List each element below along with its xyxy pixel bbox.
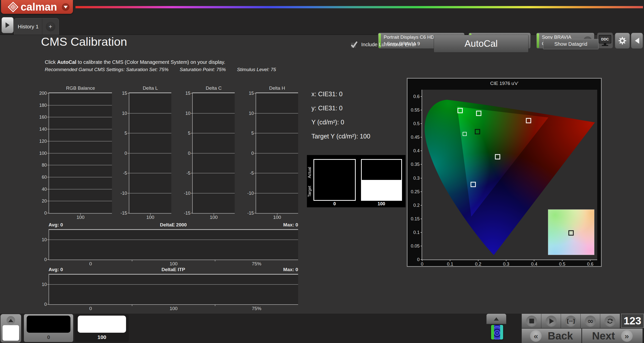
y-tick-mark <box>254 153 256 154</box>
y-tick-mark <box>128 193 129 193</box>
cie-y-tick-mark <box>421 164 422 165</box>
readout-y: y: CIE31: 0 <box>311 105 370 119</box>
y-tick-mark <box>47 93 49 93</box>
y-tick-label: -15 <box>120 211 127 216</box>
y-tick-mark <box>254 173 256 173</box>
gridline <box>256 133 298 133</box>
rainbow-strip <box>75 6 643 8</box>
gear-icon <box>618 36 627 45</box>
refresh-icon <box>605 316 616 327</box>
settings-button[interactable] <box>615 33 630 49</box>
include-luminance-checkbox[interactable]: Include Luminance Error <box>350 41 416 48</box>
pattern-tile-100[interactable]: 100 <box>75 314 129 342</box>
cie-y-tick-mark <box>421 246 422 246</box>
deltae2000-max: Max: 0 <box>49 222 298 228</box>
y-tick-mark <box>191 113 193 114</box>
y-tick-mark <box>47 177 49 177</box>
delta-c-chart: Delta C 151050-5-10-15100 <box>192 92 235 214</box>
y-tick-label: -10 <box>120 190 127 196</box>
play-button[interactable] <box>541 314 561 328</box>
expand-controls-button[interactable] <box>486 314 506 324</box>
deltaeitp-chart: 100010075% <box>49 274 298 305</box>
y-tick-mark <box>254 133 256 133</box>
x-tick-label: 75% <box>252 306 261 311</box>
cie-y-tick-label: 0.15 <box>411 216 420 221</box>
x-tick-label: 0 <box>89 261 92 267</box>
loop-button[interactable]: ∞ <box>580 314 600 328</box>
chart-title: RGB Balance <box>49 85 112 91</box>
test-pattern-thumbnail[interactable] <box>490 324 504 340</box>
tab-history[interactable]: History 1 <box>14 18 42 35</box>
cie-y-tick-mark <box>421 178 422 178</box>
show-datagrid-button[interactable]: Show Datagrid <box>543 39 598 49</box>
pattern-window-preview[interactable] <box>3 325 19 341</box>
cie-y-tick-mark <box>421 151 422 151</box>
cie-y-tick-mark <box>421 123 422 124</box>
calman-diamond-icon <box>8 2 19 13</box>
y-tick-mark <box>191 133 193 133</box>
measurement-readouts: x: CIE31: 0 y: CIE31: 0 Y (cd/m²): 0 Tar… <box>311 90 370 147</box>
deltae2000-chart: 100010075% <box>49 229 298 260</box>
x-tick-label: 100 <box>170 306 178 311</box>
actual-target-patch-panel: Actual Target 0 100 <box>307 155 406 207</box>
infinity-icon: ∞ <box>585 316 596 327</box>
cie-y-tick-mark <box>421 110 422 110</box>
gridline <box>129 133 171 133</box>
next-label: Next <box>592 330 615 342</box>
cie-y-tick-label: 0.35 <box>411 162 420 167</box>
y-tick-label: -5 <box>123 171 127 176</box>
ddc-monitor-icon: DDC <box>599 35 611 43</box>
y-tick-label: 15 <box>185 91 190 96</box>
sidebar-expander-button[interactable] <box>2 17 14 33</box>
step-button[interactable]: [··] <box>561 314 581 328</box>
collapse-panel-button[interactable] <box>631 33 643 49</box>
cie-x-tick-mark <box>562 260 562 261</box>
up-arrow-icon <box>8 319 13 322</box>
back-button[interactable]: « Back <box>521 328 582 343</box>
delta-h-chart: Delta H 151050-5-10-15100 <box>256 92 298 214</box>
y-tick-label: 10 <box>185 111 190 116</box>
pattern-tile-0[interactable]: 0 <box>24 314 73 342</box>
y-tick-mark <box>47 153 49 154</box>
cie-marker-magenta-target <box>495 154 500 160</box>
cie-x-tick-mark <box>450 260 450 261</box>
expand-up-button[interactable] <box>7 316 15 325</box>
pattern-level-counter: 123 <box>621 314 644 328</box>
cie-x-tick-label: 0.1 <box>447 262 453 267</box>
y-tick-mark <box>47 165 49 165</box>
y-tick-label: 5 <box>251 131 254 136</box>
cie-y-tick-label: 0.5 <box>413 121 420 126</box>
add-tab-button[interactable]: + <box>42 18 59 35</box>
refresh-button[interactable] <box>600 314 620 328</box>
back-label: Back <box>548 330 573 342</box>
cie-marker-red-target <box>526 118 531 123</box>
cie-plot-area: 00.050.10.150.20.250.30.350.40.450.50.55… <box>422 90 597 260</box>
x-tick-mark <box>215 304 215 306</box>
readout-luminance: Y (cd/m²): 0 <box>311 119 370 133</box>
chart-title: Delta H <box>256 85 298 91</box>
y-tick-mark <box>191 153 193 154</box>
patch-100-label: 100 <box>378 201 385 207</box>
logo-caret-icon[interactable] <box>62 3 69 11</box>
y-tick-mark <box>191 213 193 213</box>
y-tick-mark <box>47 213 49 213</box>
patch-0-label: 0 <box>333 201 336 207</box>
chart-title: Delta L <box>129 85 171 91</box>
autocal-button[interactable]: AutoCal <box>434 35 529 53</box>
gridline <box>49 117 112 117</box>
y-tick-label: 0 <box>188 151 190 156</box>
left-arrow-icon <box>635 38 639 44</box>
cie-y-tick-label: 0.25 <box>411 189 420 194</box>
x-tick-label: 100 <box>146 215 154 220</box>
display-connected-indicator <box>537 33 539 48</box>
ddc-button[interactable]: DDC <box>597 33 613 48</box>
cie-x-tick-mark <box>506 260 506 261</box>
calman-menu-button[interactable]: calman <box>1 0 73 14</box>
cie-y-tick-mark <box>421 96 422 97</box>
next-button[interactable]: Next » <box>582 328 643 343</box>
y-tick-mark <box>47 141 49 141</box>
y-tick-label: 80 <box>42 163 47 168</box>
checkmark-icon <box>350 41 358 48</box>
stop-button[interactable] <box>521 314 542 328</box>
cie-y-tick-mark <box>421 219 422 219</box>
